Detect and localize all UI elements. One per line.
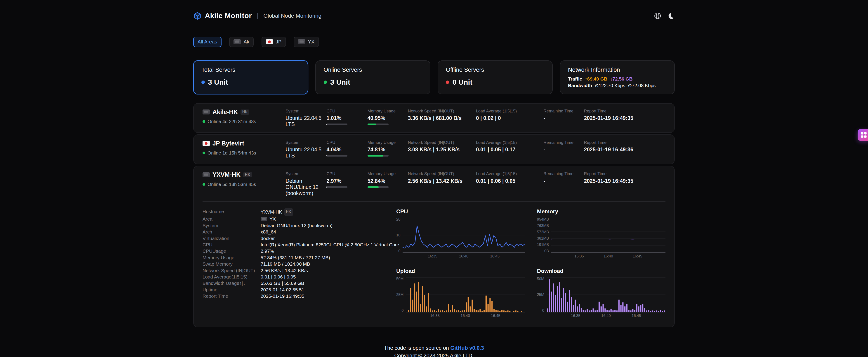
traffic-down-value: ↓72.56 GB — [610, 76, 632, 82]
app-title: Akile Monitor — [205, 11, 252, 20]
bandwidth-in-value: ⊙122.70 Kbps — [595, 83, 625, 88]
total-servers-card[interactable]: Total Servers 3 Unit — [193, 60, 308, 94]
stats-cards: Total Servers 3 Unit Online Servers 3 Un… — [193, 60, 675, 94]
hk-flag-icon — [203, 110, 210, 115]
chart-title-cpu: CPU — [396, 208, 525, 215]
detail-value: 52.84% (381.11 MB / 721.27 MB) — [260, 255, 330, 261]
detail-value: YX — [260, 216, 276, 222]
chart-plot-cpu: 16:3516:4016:45 — [403, 217, 525, 259]
column-label-network-speed: Network Speed (IN|OUT) — [408, 109, 476, 114]
system-value: Debian GNU/Linux 12 (bookworm) — [285, 178, 323, 197]
column-label-load-average: Load Average (1|5|15) — [476, 109, 544, 114]
chart-upload: Upload50M25M016:3516:4016:45 — [396, 268, 525, 319]
server-detail-panel: HostnameYXVM-HKHKAreaYXSystemDebian GNU/… — [203, 201, 665, 322]
system-value: Ubuntu 22.04.5 LTS — [285, 147, 323, 159]
detail-value: 2.97% — [260, 248, 274, 254]
status-uptime-text: Online 4d 22h 31m 48s — [208, 119, 256, 124]
online-status-dot — [203, 152, 205, 154]
detail-row-arch: Archx86_64 — [203, 229, 396, 235]
server-name: JP Bytevirt — [213, 140, 244, 147]
total-dot — [202, 81, 205, 84]
traffic-label: Traffic — [568, 76, 582, 82]
detail-label: CPUUsage — [203, 248, 260, 254]
report-time-value: 2025-01-19 16:49:35 — [584, 178, 665, 184]
network-speed-value: 2.56 KB/s | 13.42 KB/s — [408, 178, 476, 184]
x-axis-labels: 16:3516:4016:45 — [551, 253, 665, 259]
card-title: Online Servers — [324, 66, 422, 73]
chart-plot-download: 16:3516:4016:45 — [547, 277, 665, 319]
app-subtitle: Global Node Monitoring — [264, 13, 321, 19]
theme-toggle-moon-icon[interactable] — [667, 12, 675, 20]
detail-value: 0.01 | 0.06 | 0.05 — [260, 274, 296, 280]
offline-servers-card[interactable]: Offline Servers 0 Unit — [438, 60, 553, 94]
yx-flag-icon — [298, 39, 305, 44]
detail-row-load-average-1-5-15: Load Average(1|5|15)0.01 | 0.06 | 0.05 — [203, 274, 396, 280]
server-identity: JP Bytevirt Online 1d 15h 54m 43s — [203, 140, 285, 156]
detail-value: docker — [260, 235, 275, 242]
github-link[interactable]: GitHub v0.0.3 — [450, 345, 484, 351]
detail-label: Network Speed (IN|OUT) — [203, 267, 260, 274]
online-servers-card[interactable]: Online Servers 3 Unit — [315, 60, 430, 94]
header-actions — [654, 12, 675, 20]
column-label-system: System — [285, 171, 323, 176]
cpu-value: 1.01% — [327, 115, 367, 121]
server-list: Akile-HK HK Online 4d 22h 31m 48s System… — [193, 103, 675, 327]
detail-row-memory-usage: Memory Usage52.84% (381.11 MB / 721.27 M… — [203, 255, 396, 261]
detail-label: Bandwidth Usage↑|↓ — [203, 280, 260, 287]
jp-flag-icon — [203, 141, 210, 146]
column-label-network-speed: Network Speed (IN|OUT) — [408, 140, 476, 145]
cpu-progress-bar — [327, 186, 347, 188]
y-axis-labels: 20100 — [396, 217, 401, 253]
title-separator: | — [257, 12, 258, 19]
cpu-value: 2.97% — [327, 178, 367, 184]
column-label-report-time: Report Time — [584, 171, 665, 176]
language-toggle-button[interactable] — [654, 12, 661, 20]
bandwidth-out-value: ⊙72.08 Kbps — [628, 83, 656, 88]
memory-value: 74.81% — [368, 147, 408, 153]
chart-cpu: CPU2010016:3516:4016:45 — [396, 208, 525, 259]
card-title: Total Servers — [202, 66, 300, 73]
floating-widget-button[interactable] — [858, 129, 868, 141]
footer: The code is open source on GitHub v0.0.3… — [193, 345, 675, 357]
detail-value: Debian GNU/Linux 12 (bookworm) — [260, 222, 333, 229]
chart-plot-upload: 16:3516:4016:45 — [406, 277, 525, 319]
detail-row-cpu: CPUIntel(R) Xeon(R) Platinum 8259CL CPU … — [203, 242, 396, 248]
load-average-value: 0.01 | 0.05 | 0.17 — [476, 147, 544, 153]
card-title: Offline Servers — [446, 66, 544, 73]
load-average-value: 0 | 0.02 | 0 — [476, 115, 544, 121]
detail-row-virtualization: Virtualizationdocker — [203, 235, 396, 242]
cpu-progress-bar — [327, 123, 347, 125]
tab-yx[interactable]: YX — [293, 37, 319, 47]
server-row-jp-bytevirt[interactable]: JP Bytevirt Online 1d 15h 54m 43s System… — [193, 135, 675, 164]
traffic-up-value: ↑69.49 GB — [585, 76, 607, 82]
chart-title-download: Download — [537, 268, 666, 274]
memory-progress-bar — [368, 186, 389, 188]
detail-label: Load Average(1|5|15) — [203, 274, 260, 280]
tab-all-areas[interactable]: All Areas — [193, 37, 221, 47]
detail-row-bandwidth-usage: Bandwidth Usage↑|↓55.63 GB | 55.69 GB — [203, 280, 396, 287]
detail-row-cpuusage: CPUUsage2.97% — [203, 248, 396, 254]
server-identity: YXVM-HK HK Online 5d 13h 53m 45s — [203, 171, 285, 187]
y-axis-labels: 50M25M0 — [537, 277, 544, 313]
server-row-yxvm-hk[interactable]: YXVM-HK HK Online 5d 13h 53m 45s System … — [193, 166, 675, 327]
logo-cube-icon — [193, 12, 202, 20]
column-label-memory: Memory Usage — [368, 171, 408, 176]
x-axis-labels: 16:3516:4016:45 — [403, 253, 525, 259]
bandwidth-label: Bandwidth — [568, 83, 592, 88]
detail-label: Hostname — [203, 208, 260, 216]
tab-jp[interactable]: JP — [261, 37, 286, 47]
yx-flag-icon — [260, 217, 267, 221]
tab-ak[interactable]: Ak — [229, 37, 254, 47]
server-row-akile-hk[interactable]: Akile-HK HK Online 4d 22h 31m 48s System… — [193, 103, 675, 133]
online-status-dot — [203, 183, 205, 186]
detail-row-area: AreaYX — [203, 216, 396, 222]
y-axis-labels: 50M25M0 — [396, 277, 403, 313]
brand: Akile Monitor | Global Node Monitoring — [193, 11, 322, 20]
yx-flag-icon — [203, 172, 210, 177]
tab-label: Ak — [243, 39, 249, 45]
chart-plot-memory: 16:3516:4016:45 — [551, 217, 665, 259]
cpu-progress-bar — [327, 155, 347, 156]
total-value: 3 Unit — [208, 78, 228, 86]
footer-text: The code is open source on — [384, 345, 450, 351]
y-axis-labels: 954MB763MB572MB381MB191MB0B — [537, 217, 549, 253]
